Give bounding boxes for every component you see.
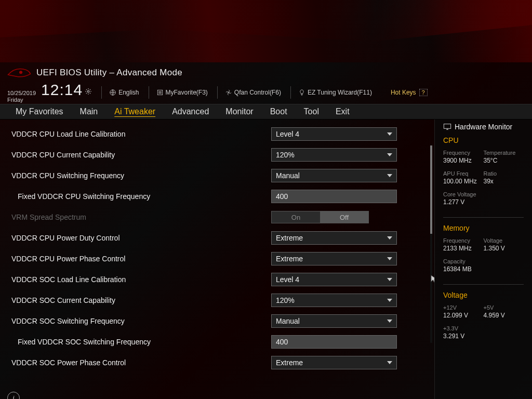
memory-heading: Memory <box>443 224 524 232</box>
setting-dropdown[interactable]: 120% <box>271 294 397 307</box>
setting-row: VRM Spread SpectrumOnOff <box>11 207 423 228</box>
tab-strip: My FavoritesMainAi TweakerAdvancedMonito… <box>0 104 532 119</box>
scrollbar[interactable] <box>430 145 432 343</box>
bulb-icon <box>298 89 305 96</box>
setting-label: VDDCR CPU Load Line Calibration <box>11 130 271 138</box>
globe-icon <box>109 89 116 96</box>
cursor-icon <box>430 274 434 284</box>
hwmon-title: Hardware Monitor <box>455 123 512 131</box>
tab-ai-tweaker[interactable]: Ai Tweaker <box>114 107 155 116</box>
language-selector[interactable]: English <box>101 86 139 99</box>
myfavorite-button[interactable]: MyFavorite(F3) <box>149 86 208 99</box>
setting-label: VDDCR CPU Power Duty Control <box>11 234 271 242</box>
setting-row: Fixed VDDCR CPU Switching Frequency400 <box>11 186 423 207</box>
setting-row: VDDCR SOC Switching FrequencyManual <box>11 311 423 331</box>
chevron-down-icon <box>387 153 392 156</box>
date: 10/25/2019 <box>7 90 36 97</box>
setting-dropdown[interactable]: Manual <box>271 314 397 328</box>
chevron-down-icon <box>387 257 392 260</box>
qfan-button[interactable]: Qfan Control(F6) <box>217 86 281 99</box>
setting-dropdown[interactable]: Level 4 <box>271 273 397 286</box>
hotkeys-button[interactable]: Hot Keys ? <box>383 86 428 99</box>
setting-label: VDDCR SOC Current Capability <box>11 296 271 304</box>
setting-row: VDDCR CPU Current Capability120% <box>11 144 423 165</box>
tab-tool[interactable]: Tool <box>304 107 319 116</box>
day: Friday <box>7 97 36 103</box>
setting-row: VDDCR CPU Load Line CalibrationLevel 4 <box>11 124 423 144</box>
setting-dropdown[interactable]: Extreme <box>271 231 397 245</box>
help-icon: ? <box>419 89 428 96</box>
setting-label: VDDCR CPU Switching Frequency <box>11 171 271 180</box>
chevron-down-icon <box>387 132 392 136</box>
tab-advanced[interactable]: Advanced <box>172 107 209 116</box>
tab-monitor[interactable]: Monitor <box>225 107 253 116</box>
setting-toggle: OnOff <box>271 211 369 223</box>
setting-label: Fixed VDDCR SOC Switching Frequency <box>11 338 271 346</box>
setting-label: VRM Spread Spectrum <box>11 213 271 221</box>
fan-icon <box>225 89 232 96</box>
settings-panel: VDDCR CPU Load Line CalibrationLevel 4VD… <box>0 119 434 399</box>
chevron-down-icon <box>387 361 392 364</box>
setting-dropdown[interactable]: Extreme <box>271 252 397 265</box>
chevron-down-icon <box>387 236 392 240</box>
cpu-heading: CPU <box>443 136 524 144</box>
tab-boot[interactable]: Boot <box>270 107 287 116</box>
setting-row: VDDCR SOC Power Phase ControlExtreme <box>11 352 423 373</box>
setting-label: VDDCR CPU Current Capability <box>11 151 271 159</box>
chevron-down-icon <box>387 174 392 177</box>
hardware-monitor-panel: Hardware Monitor CPU Frequency3900 MHz T… <box>434 119 532 399</box>
setting-label: VDDCR SOC Power Phase Control <box>11 358 271 367</box>
time: 12:14 <box>41 81 83 99</box>
chevron-down-icon <box>387 278 392 281</box>
window-title: UEFI BIOS Utility – Advanced Mode <box>36 68 182 78</box>
voltage-heading: Voltage <box>443 291 524 299</box>
rog-logo-icon <box>7 66 31 79</box>
clock-settings-icon[interactable] <box>85 81 92 99</box>
svg-point-0 <box>19 71 22 74</box>
setting-row: Fixed VDDCR SOC Switching Frequency400 <box>11 331 423 352</box>
setting-row: VDDCR CPU Switching FrequencyManual <box>11 165 423 186</box>
chevron-down-icon <box>387 299 392 302</box>
setting-row: VDDCR SOC Current Capability120% <box>11 290 423 311</box>
setting-dropdown[interactable]: Level 4 <box>271 127 397 141</box>
setting-label: Fixed VDDCR CPU Switching Frequency <box>11 192 271 201</box>
setting-label: VDDCR SOC Switching Frequency <box>11 317 271 325</box>
eztuning-button[interactable]: EZ Tuning Wizard(F11) <box>290 86 372 99</box>
tab-my-favorites[interactable]: My Favorites <box>16 107 63 116</box>
monitor-icon <box>443 123 451 130</box>
clock-block: 10/25/2019 Friday 12:14 <box>7 81 92 103</box>
chevron-down-icon <box>387 320 392 323</box>
setting-row: VDDCR CPU Power Duty ControlExtreme <box>11 228 423 248</box>
setting-row: VDDCR CPU Power Phase ControlExtreme <box>11 248 423 269</box>
list-icon <box>156 89 164 96</box>
tab-exit[interactable]: Exit <box>336 107 350 116</box>
tab-main[interactable]: Main <box>80 107 98 116</box>
setting-dropdown[interactable]: Manual <box>271 169 397 182</box>
setting-row: VDDCR SOC Load Line CalibrationLevel 4 <box>11 269 423 290</box>
setting-label: VDDCR CPU Power Phase Control <box>11 255 271 263</box>
setting-textbox[interactable]: 400 <box>271 335 397 349</box>
setting-dropdown[interactable]: Extreme <box>271 356 397 369</box>
setting-dropdown[interactable]: 120% <box>271 148 397 162</box>
setting-label: VDDCR SOC Load Line Calibration <box>11 275 271 284</box>
setting-textbox[interactable]: 400 <box>271 190 397 203</box>
svg-point-1 <box>87 90 89 92</box>
svg-rect-5 <box>444 124 450 129</box>
